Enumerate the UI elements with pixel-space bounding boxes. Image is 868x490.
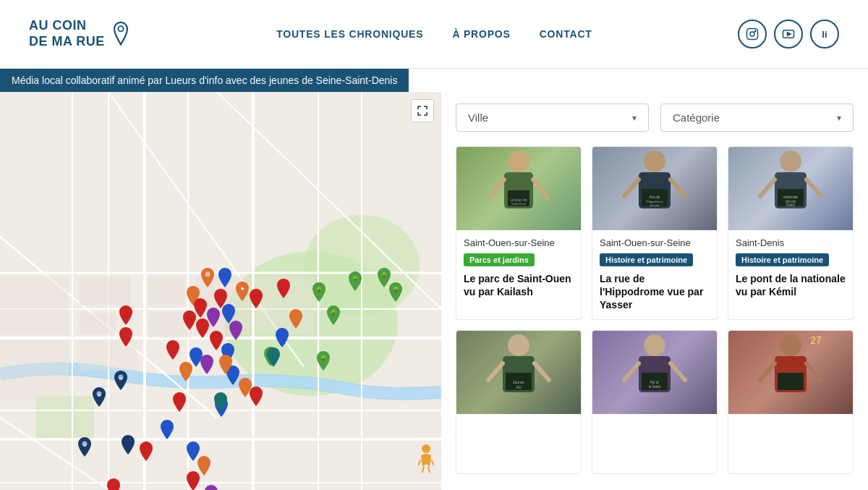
svg-marker-5	[787, 33, 791, 36]
instagram-icon	[746, 28, 759, 41]
svg-point-67	[644, 151, 665, 172]
ville-filter[interactable]: Ville ▾	[456, 104, 649, 132]
card-1-city: Saint-Ouen-sur-Seine	[464, 237, 574, 248]
ville-label: Ville	[468, 111, 488, 124]
card-6-person: 27	[754, 331, 827, 414]
linkedin-label: li	[822, 29, 827, 40]
map-svg	[0, 92, 441, 490]
card-2-person: Rue de l'Hippodrome vue par	[618, 147, 691, 230]
svg-rect-9	[36, 396, 94, 439]
card-4-title	[464, 437, 574, 466]
svg-rect-31	[195, 276, 250, 334]
card-2-body: Saint-Ouen-sur-Seine Histoire et patrimo…	[592, 230, 717, 319]
svg-rect-32	[80, 342, 137, 371]
banner: Média local collaboratif animé par Lueur…	[0, 69, 409, 92]
youtube-icon	[782, 28, 795, 41]
content-panel: Ville ▾ Catégorie ▾	[441, 92, 868, 490]
banner-text: Média local collaboratif animé par Lueur…	[12, 75, 397, 86]
card-4-image: Jeunes d'ici	[456, 331, 581, 414]
svg-line-100	[807, 363, 821, 380]
social-icons: li	[738, 20, 839, 48]
svg-rect-33	[257, 276, 315, 334]
card-3-city: Saint-Denis	[736, 237, 846, 248]
card-2-image: Rue de l'Hippodrome vue par	[592, 147, 717, 230]
svg-point-3	[754, 30, 756, 32]
card-5-body	[592, 414, 717, 473]
linkedin-button[interactable]: li	[810, 20, 839, 48]
card-3-body: Saint-Denis Histoire et patrimoine Le po…	[728, 230, 853, 305]
card-4[interactable]: Jeunes d'ici	[456, 330, 582, 474]
svg-line-99	[760, 363, 775, 380]
card-3-badge: Histoire et patrimoine	[736, 253, 829, 266]
svg-line-78	[807, 179, 821, 196]
svg-point-55	[422, 444, 430, 453]
svg-text:Rue de: Rue de	[650, 195, 660, 199]
card-1[interactable]: Le parc de Saint-Ouen Saint-Ouen-sur-Sei…	[456, 146, 582, 320]
card-1-body: Saint-Ouen-sur-Seine Parcs et jardins Le…	[456, 230, 581, 305]
expand-icon	[417, 106, 427, 116]
svg-point-83	[508, 334, 529, 356]
youtube-button[interactable]	[774, 20, 803, 48]
svg-line-70	[671, 179, 685, 196]
main-layout: ⊞ ⊞ ⊞ ⊞ ⊞	[0, 92, 868, 490]
card-5-city	[600, 421, 710, 433]
card-1-title: Le parc de Saint-Ouen vu par Kailash	[464, 272, 574, 298]
card-2[interactable]: Rue de l'Hippodrome vue par Saint-Ouen-s…	[592, 146, 718, 320]
card-1-image: Le parc de Saint-Ouen	[456, 147, 581, 230]
svg-text:la Seine: la Seine	[649, 385, 661, 389]
card-2-city: Saint-Ouen-sur-Seine	[600, 237, 710, 248]
nav-chroniques[interactable]: TOUTES LES CHRONIQUES	[276, 28, 423, 40]
svg-text:27: 27	[810, 334, 822, 346]
svg-point-90	[644, 334, 665, 356]
card-6[interactable]: 27	[728, 330, 854, 474]
card-4-person: Jeunes d'ici	[482, 331, 555, 414]
ville-chevron: ▾	[632, 113, 637, 123]
cards-grid: Le parc de Saint-Ouen Saint-Ouen-sur-Sei…	[456, 146, 854, 474]
svg-point-75	[780, 151, 801, 172]
svg-rect-35	[0, 342, 69, 400]
svg-rect-27	[80, 276, 130, 305]
svg-point-60	[508, 151, 529, 172]
svg-line-69	[624, 179, 639, 196]
card-5-person: Par ici la Seine	[618, 331, 691, 414]
card-5[interactable]: Par ici la Seine	[592, 330, 718, 474]
pegman-icon	[418, 444, 434, 473]
svg-rect-102	[778, 373, 804, 390]
svg-line-57	[431, 460, 434, 465]
pegman-button[interactable]	[417, 443, 435, 473]
svg-text:nationale: nationale	[783, 195, 799, 199]
svg-line-85	[488, 363, 503, 380]
nav-contact[interactable]: CONTACT	[540, 28, 592, 40]
logo-text: AU COIN DE MA RUE	[29, 18, 105, 49]
card-2-title: La rue de l'Hippodrome vue par Yasser	[600, 272, 710, 312]
card-4-city	[464, 421, 574, 433]
svg-text:Par ici: Par ici	[650, 381, 660, 384]
nav-apropos[interactable]: À PROPOS	[452, 28, 510, 40]
svg-line-62	[490, 179, 504, 198]
svg-line-56	[418, 460, 421, 465]
map-area[interactable]: ⊞ ⊞ ⊞ ⊞ ⊞	[0, 92, 441, 490]
svg-point-2	[750, 32, 754, 36]
main-nav: TOUTES LES CHRONIQUES À PROPOS CONTACT	[276, 28, 592, 40]
card-2-badge: Histoire et patrimoine	[600, 253, 693, 266]
svg-rect-30	[148, 313, 192, 338]
svg-point-97	[780, 334, 801, 356]
map-expand-button[interactable]	[411, 99, 434, 122]
svg-text:Saint-Ouen: Saint-Ouen	[511, 202, 526, 206]
card-3-person: nationale vue par Kémil	[754, 147, 827, 230]
svg-rect-29	[80, 313, 116, 334]
card-6-city	[736, 421, 846, 433]
categorie-chevron: ▾	[837, 113, 841, 123]
svg-line-63	[533, 179, 548, 198]
categorie-filter[interactable]: Catégorie ▾	[660, 104, 854, 132]
instagram-button[interactable]	[738, 20, 767, 48]
card-3-title: Le pont de la nationale vu par Kémil	[736, 272, 846, 298]
logo[interactable]: AU COIN DE MA RUE	[29, 18, 131, 49]
logo-pin-icon	[111, 21, 131, 47]
svg-line-59	[428, 467, 430, 473]
svg-text:vue par: vue par	[650, 203, 660, 207]
svg-point-0	[118, 26, 123, 31]
svg-text:Jeunes: Jeunes	[513, 380, 525, 384]
card-3[interactable]: nationale vue par Kémil Saint-Denis Hist…	[728, 146, 854, 320]
card-1-badge: Parcs et jardins	[464, 253, 535, 266]
